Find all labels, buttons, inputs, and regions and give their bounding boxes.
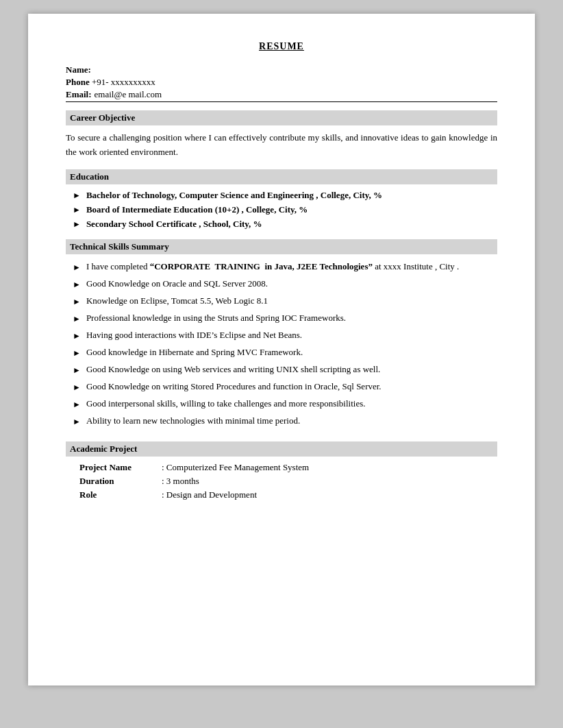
skill-item-4: Professional knowledge in using the Stru… <box>86 311 497 325</box>
project-role-row: Role : Design and Development <box>79 489 497 500</box>
skill-item-1: I have completed “CORPORATE TRAINING in … <box>86 260 497 274</box>
phone-row: Phone +91- xxxxxxxxxx <box>66 77 497 88</box>
academic-project-section: Academic Project Project Name : Computer… <box>66 441 497 500</box>
skill-item-5: Having good interactions with IDE’s Ecli… <box>86 328 497 342</box>
project-name-label: Project Name <box>79 462 162 473</box>
education-section: Education ► Bachelor of Technology, Comp… <box>66 169 497 230</box>
project-role-value: : Design and Development <box>162 489 497 500</box>
skills-list: ► I have completed “CORPORATE TRAINING i… <box>66 260 497 428</box>
list-item: ► Knowledge on Eclipse, Tomcat 5.5, Web … <box>73 294 497 308</box>
email-row: Email: email@e mail.com <box>66 89 497 102</box>
name-row: Name: <box>66 64 497 75</box>
name-label: Name: <box>66 64 91 75</box>
list-item: ► Ability to learn new technologies with… <box>73 414 497 428</box>
list-item: ► Having good interactions with IDE’s Ec… <box>73 328 497 342</box>
project-role-label: Role <box>79 489 162 500</box>
project-duration-value: : 3 months <box>162 476 497 487</box>
technical-skills-section: Technical Skills Summary ► I have comple… <box>66 239 497 428</box>
arrow-icon: ► <box>73 191 81 201</box>
arrow-icon: ► <box>73 295 81 308</box>
list-item: ► Good knowledge in Hibernate and Spring… <box>73 345 497 359</box>
project-name-value: : Computerized Fee Management System <box>162 462 497 473</box>
project-duration-label: Duration <box>79 476 162 487</box>
skill-item-2: Good Knowledge on Oracle and SQL Server … <box>86 277 497 291</box>
academic-project-header: Academic Project <box>66 441 497 457</box>
contact-section: Name: Phone +91- xxxxxxxxxx Email: email… <box>66 64 497 102</box>
phone-value: +91- xxxxxxxxxx <box>92 77 155 87</box>
arrow-icon: ► <box>73 415 81 428</box>
list-item: ► Good Knowledge on using Web services a… <box>73 363 497 376</box>
skill-item-3: Knowledge on Eclipse, Tomcat 5.5, Web Lo… <box>86 294 497 308</box>
skill-item-8: Good Knowledge on writing Stored Procedu… <box>86 380 497 393</box>
education-list: ► Bachelor of Technology, Computer Scien… <box>66 190 497 230</box>
list-item: ► Professional knowledge in using the St… <box>73 311 497 325</box>
career-objective-text: To secure a challenging position where I… <box>66 131 497 160</box>
skill-item-9: Good interpersonal skills, willing to ta… <box>86 397 497 411</box>
list-item: ► Bachelor of Technology, Computer Scien… <box>73 190 497 201</box>
project-name-row: Project Name : Computerized Fee Manageme… <box>79 462 497 473</box>
skill-item-6: Good knowledge in Hibernate and Spring M… <box>86 345 497 359</box>
education-header: Education <box>66 169 497 184</box>
list-item: ► Good interpersonal skills, willing to … <box>73 397 497 411</box>
career-objective-header: Career Objective <box>66 110 497 125</box>
phone-label: Phone <box>66 77 90 87</box>
resume-page: RESUME Name: Phone +91- xxxxxxxxxx Email… <box>28 14 535 685</box>
list-item: ► I have completed “CORPORATE TRAINING i… <box>73 260 497 274</box>
career-objective-section: Career Objective To secure a challenging… <box>66 110 497 160</box>
arrow-icon: ► <box>73 381 81 393</box>
project-table: Project Name : Computerized Fee Manageme… <box>79 462 497 500</box>
arrow-icon: ► <box>73 398 81 411</box>
list-item: ► Board of Intermediate Education (10+2)… <box>73 204 497 215</box>
technical-skills-header: Technical Skills Summary <box>66 239 497 254</box>
edu-item-3: Secondary School Certificate , School, C… <box>86 219 262 230</box>
skill-item-7: Good Knowledge on using Web services and… <box>86 363 497 376</box>
list-item: ► Secondary School Certificate , School,… <box>73 219 497 230</box>
email-label: Email: <box>66 89 92 100</box>
arrow-icon: ► <box>73 364 81 376</box>
arrow-icon: ► <box>73 205 81 215</box>
list-item: ► Good Knowledge on Oracle and SQL Serve… <box>73 277 497 291</box>
arrow-icon: ► <box>73 278 81 291</box>
skill-item-10: Ability to learn new technologies with m… <box>86 414 497 428</box>
edu-item-1: Bachelor of Technology, Computer Science… <box>86 190 382 201</box>
edu-item-2: Board of Intermediate Education (10+2) ,… <box>86 204 308 215</box>
project-duration-row: Duration : 3 months <box>79 476 497 487</box>
arrow-icon: ► <box>73 347 81 359</box>
email-value: email@e mail.com <box>95 89 497 100</box>
resume-title: RESUME <box>66 41 497 52</box>
list-item: ► Good Knowledge on writing Stored Proce… <box>73 380 497 393</box>
arrow-icon: ► <box>73 219 81 230</box>
arrow-icon: ► <box>73 313 81 325</box>
arrow-icon: ► <box>73 330 81 342</box>
arrow-icon: ► <box>73 261 81 274</box>
